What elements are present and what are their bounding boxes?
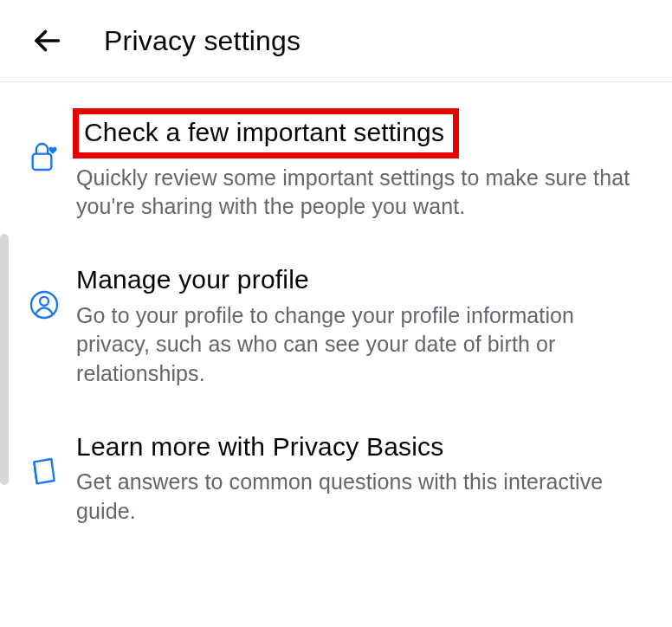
icon-col bbox=[17, 108, 71, 174]
item-desc: Get answers to common questions with thi… bbox=[76, 468, 637, 527]
setting-manage-profile[interactable]: Manage your profile Go to your profile t… bbox=[0, 263, 672, 389]
lock-heart-icon bbox=[27, 139, 61, 174]
setting-check-important[interactable]: Check a few important settings Quickly r… bbox=[0, 108, 672, 222]
item-desc: Go to your profile to change your profil… bbox=[76, 301, 637, 389]
settings-list: Check a few important settings Quickly r… bbox=[0, 108, 672, 527]
svg-line-4 bbox=[34, 462, 36, 483]
item-title: Check a few important settings bbox=[73, 108, 459, 158]
book-icon bbox=[27, 455, 61, 489]
text-col: Check a few important settings Quickly r… bbox=[71, 108, 655, 222]
profile-icon bbox=[27, 288, 61, 322]
page-title: Privacy settings bbox=[104, 25, 300, 57]
item-desc: Quickly review some important settings t… bbox=[76, 164, 637, 223]
icon-col bbox=[17, 430, 71, 489]
text-col: Learn more with Privacy Basics Get answe… bbox=[71, 430, 655, 527]
back-button[interactable] bbox=[31, 19, 74, 62]
svg-point-3 bbox=[40, 297, 48, 306]
svg-rect-1 bbox=[33, 154, 52, 170]
icon-col bbox=[17, 263, 71, 322]
arrow-left-icon bbox=[31, 25, 62, 56]
text-col: Manage your profile Go to your profile t… bbox=[71, 263, 655, 389]
header-bar: Privacy settings bbox=[0, 0, 672, 82]
item-title: Manage your profile bbox=[76, 263, 637, 296]
scrollbar-thumb[interactable] bbox=[0, 234, 9, 485]
item-title: Learn more with Privacy Basics bbox=[76, 430, 637, 463]
setting-privacy-basics[interactable]: Learn more with Privacy Basics Get answe… bbox=[0, 430, 672, 527]
